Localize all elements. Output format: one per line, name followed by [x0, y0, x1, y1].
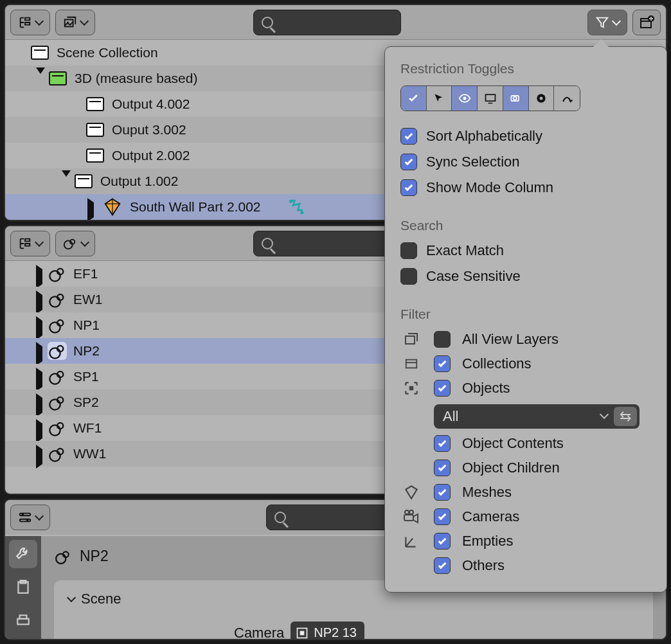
chevron-down-icon [80, 16, 89, 25]
material-icon [48, 368, 67, 386]
svg-point-41 [539, 97, 542, 100]
chevron-down-icon [67, 593, 76, 602]
checkbox-on-icon [434, 557, 451, 574]
others-filter-label: Others [462, 557, 505, 574]
properties-tab-tool[interactable] [9, 540, 37, 568]
view-layers-icon [400, 332, 422, 347]
material-icon [48, 316, 67, 334]
all-view-layers-row[interactable]: All View Layers [400, 331, 651, 348]
expand-right-icon[interactable] [36, 393, 42, 417]
expand-right-icon[interactable] [36, 265, 42, 289]
checkbox-on-icon [434, 355, 451, 372]
empties-filter-row[interactable]: Empties [400, 533, 651, 550]
collection-icon [86, 123, 104, 137]
outliner2-display-mode-button[interactable] [10, 231, 50, 256]
svg-rect-35 [300, 631, 305, 635]
cameras-filter-row[interactable]: Cameras [400, 508, 651, 525]
expand-right-icon[interactable] [36, 419, 42, 443]
outliner1-new-collection-button[interactable] [632, 10, 661, 35]
checkbox-off-icon [400, 242, 417, 259]
expand-down-icon[interactable] [62, 170, 71, 192]
tree-icon [18, 237, 32, 251]
sort-alphabetically-row[interactable]: Sort Alphabetically [400, 128, 651, 145]
svg-point-18 [49, 399, 60, 409]
outliner1-display-mode-button[interactable] [10, 10, 50, 35]
properties-camera-label: Camera [234, 625, 284, 641]
toggle-indirect-only[interactable] [554, 86, 580, 111]
toggle-selectable[interactable] [427, 86, 452, 111]
expand-right-icon[interactable] [36, 445, 42, 469]
expand-right-icon[interactable] [87, 198, 94, 221]
toggle-disable-render[interactable] [503, 86, 529, 111]
expand-down-icon[interactable] [36, 67, 45, 89]
printer-icon [15, 613, 31, 629]
meshes-filter-row[interactable]: Meshes [400, 484, 651, 501]
wrench-icon [15, 546, 31, 562]
svg-rect-25 [20, 519, 31, 522]
properties-tabs [5, 536, 41, 639]
expand-right-icon[interactable] [36, 368, 42, 391]
toggle-holdout[interactable] [529, 86, 555, 111]
chevron-down-icon [600, 410, 609, 419]
outliner1-mode-button[interactable] [55, 10, 95, 35]
properties-editor-type-button[interactable] [10, 505, 50, 530]
expand-right-icon[interactable] [36, 342, 42, 366]
svg-rect-42 [406, 336, 415, 344]
outliner1-search-input[interactable] [253, 10, 401, 35]
properties-camera-field[interactable]: NP2 13 [291, 622, 364, 640]
chevron-down-icon [35, 512, 44, 521]
checkbox-off-icon [434, 331, 451, 348]
expand-right-icon[interactable] [36, 316, 42, 340]
sliders-icon [18, 510, 32, 524]
sync-selection-row[interactable]: Sync Selection [400, 154, 651, 170]
properties-tab-output[interactable] [9, 607, 37, 635]
objects-filter-select[interactable]: All ⇆ [434, 404, 640, 429]
collections-filter-row[interactable]: Collections [400, 355, 651, 372]
restriction-toggle-strip [400, 85, 580, 111]
tree-row-label: NP2 [73, 343, 100, 359]
outliner1-filter-button[interactable] [587, 10, 627, 35]
toggle-enable[interactable] [401, 86, 427, 111]
object-contents-row[interactable]: Object Contents [434, 435, 651, 452]
object-children-row[interactable]: Object Children [434, 460, 651, 476]
svg-point-32 [56, 553, 66, 563]
collections-filter-label: Collections [462, 355, 532, 372]
expand-right-icon[interactable] [36, 291, 42, 314]
sort-alphabetically-label: Sort Alphabetically [426, 128, 542, 145]
tree-row-label: EW1 [73, 292, 103, 307]
svg-rect-44 [409, 386, 414, 391]
invert-filter-button[interactable]: ⇆ [614, 407, 637, 426]
properties-camera-value: NP2 13 [314, 625, 357, 640]
tree-row-label: Ouput 3.002 [112, 122, 186, 138]
material-icon [48, 419, 67, 437]
empties-filter-label: Empties [462, 533, 513, 550]
svg-point-4 [289, 200, 292, 203]
mesh-object-icon [103, 197, 122, 217]
toggle-screen[interactable] [478, 86, 503, 111]
node-modifier-icon[interactable] [287, 197, 306, 217]
properties-scene-header[interactable]: Scene [67, 591, 640, 607]
properties-tab-render[interactable] [9, 573, 37, 602]
others-filter-row[interactable]: Others [400, 557, 651, 574]
collection-icon [86, 97, 104, 111]
properties-datablock-name: NP2 [80, 548, 109, 565]
svg-rect-31 [20, 615, 27, 618]
exact-match-row[interactable]: Exact Match [400, 242, 651, 259]
svg-rect-43 [406, 360, 417, 368]
svg-point-6 [64, 240, 73, 249]
toggle-hide-viewport[interactable] [452, 86, 478, 111]
material-icon [48, 291, 67, 309]
show-mode-column-row[interactable]: Show Mode Column [400, 179, 651, 196]
checkbox-on-icon [434, 380, 451, 397]
objects-filter-row[interactable]: Objects [400, 380, 651, 397]
case-sensitive-row[interactable]: Case Sensitive [400, 268, 651, 285]
funnel-icon [595, 15, 609, 30]
exact-match-label: Exact Match [426, 242, 504, 259]
restriction-toggles-title: Restriction Toggles [400, 61, 651, 76]
show-mode-column-label: Show Mode Column [426, 179, 553, 196]
outliner2-datatype-button[interactable] [55, 231, 95, 256]
new-collection-icon [639, 15, 654, 30]
filter-section-title: Filter [400, 307, 651, 322]
tree-row-label: EF1 [73, 266, 98, 282]
sync-selection-label: Sync Selection [426, 154, 520, 170]
